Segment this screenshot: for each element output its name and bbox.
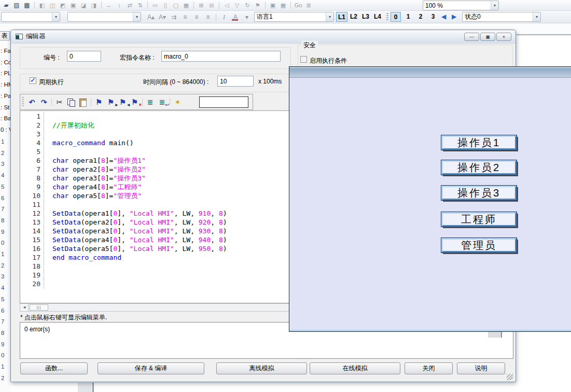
number-input[interactable] bbox=[67, 51, 101, 62]
text-align-center-icon[interactable]: ≡ bbox=[191, 12, 202, 22]
shape-library-select[interactable]: ▾ bbox=[1, 12, 60, 22]
align-left-icon[interactable]: ◧ bbox=[37, 1, 47, 9]
state-next-button[interactable]: ▶ bbox=[452, 13, 456, 20]
ungroup-icon[interactable]: ▦ bbox=[278, 1, 288, 9]
tree-item[interactable]: 3 bbox=[1, 273, 4, 279]
state-prev-button[interactable]: ◀ bbox=[441, 13, 446, 20]
text-align-right-icon[interactable]: ≡ bbox=[202, 12, 214, 22]
interval-input[interactable] bbox=[217, 76, 254, 87]
align-vertical-center-icon[interactable]: ◫ bbox=[47, 1, 58, 9]
italic-icon[interactable]: I bbox=[218, 12, 230, 22]
tree-item[interactable]: 2 bbox=[1, 375, 4, 381]
tree-item[interactable]: 5 bbox=[1, 296, 4, 302]
tree-item[interactable]: : Fa bbox=[1, 48, 10, 54]
tree-item[interactable]: 7 bbox=[1, 206, 4, 212]
tree-item[interactable]: 8 bbox=[1, 217, 4, 223]
toolbar-grip[interactable] bbox=[22, 97, 24, 107]
align-right-icon[interactable]: ◨ bbox=[89, 1, 99, 9]
tree-item[interactable]: : St bbox=[1, 104, 9, 110]
find-icon[interactable]: ✶ bbox=[172, 97, 184, 107]
tree-item[interactable]: 1 bbox=[1, 251, 4, 257]
tree-item[interactable]: 8 bbox=[1, 330, 4, 336]
layer-button-l2[interactable]: L2 bbox=[348, 12, 359, 22]
scrollbar-thumb[interactable] bbox=[30, 304, 48, 311]
size-to-grid-icon[interactable]: ▦ bbox=[181, 1, 191, 9]
dialog-titlebar[interactable]: 编辑器 — ▣ × bbox=[11, 30, 516, 44]
text-align-left-icon[interactable]: ≡ bbox=[179, 12, 191, 22]
minimize-button[interactable]: — bbox=[464, 33, 479, 41]
go-to-icon[interactable]: Go bbox=[293, 1, 303, 9]
tree-item[interactable]: 0 bbox=[1, 240, 4, 246]
tree-item[interactable]: 2 bbox=[1, 262, 4, 269]
comment-lines-icon[interactable]: ≣↩ bbox=[156, 97, 168, 107]
chevron-down-icon[interactable]: ▾ bbox=[491, 1, 498, 10]
align-bottom-icon[interactable]: ◪ bbox=[78, 1, 89, 9]
enable-condition-checkbox[interactable] bbox=[300, 56, 307, 63]
state-button-3[interactable]: 3 bbox=[428, 12, 438, 22]
tree-item[interactable]: 3 bbox=[1, 161, 4, 167]
tree-tab[interactable]: 表 bbox=[0, 31, 10, 40]
align-top-icon[interactable]: ◩ bbox=[58, 1, 68, 9]
tree-item[interactable]: : Pa bbox=[1, 93, 10, 99]
pin-icon[interactable]: ⚑ bbox=[253, 1, 263, 9]
language-select[interactable]: 语言1 ▾ bbox=[254, 12, 334, 22]
function-button[interactable]: 函数... bbox=[20, 362, 88, 374]
state-button-1[interactable]: 1 bbox=[403, 12, 413, 22]
paste-icon[interactable] bbox=[77, 97, 89, 107]
maximize-button[interactable]: ▣ bbox=[480, 33, 495, 41]
distribute-vertical-icon[interactable]: ⇅ bbox=[135, 1, 145, 9]
text-direction-icon[interactable]: ⇉ bbox=[168, 12, 179, 22]
cut-icon[interactable]: ✂ bbox=[53, 97, 65, 107]
layer-button-l4[interactable]: L4 bbox=[372, 12, 383, 22]
tree-item[interactable]: 0 bbox=[1, 352, 4, 358]
hmi-button[interactable]: 操作员1 bbox=[441, 135, 517, 150]
state-pattern-dense-icon[interactable]: ▩ bbox=[22, 1, 32, 9]
undo-icon[interactable]: ↶ bbox=[26, 97, 38, 107]
resize-grip[interactable] bbox=[507, 374, 513, 380]
rotate-icon[interactable]: ↻ bbox=[242, 1, 253, 9]
prev-bookmark-icon[interactable]: ⚑◂ bbox=[117, 97, 129, 107]
flip-horizontal-icon[interactable]: ◁ bbox=[221, 1, 232, 9]
chevron-down-icon[interactable]: ▾ bbox=[52, 12, 60, 21]
align-horizontal-center-icon[interactable]: ▣ bbox=[68, 1, 78, 9]
tree-item[interactable]: 4 bbox=[1, 172, 4, 178]
search-input[interactable] bbox=[199, 96, 248, 108]
tree-item[interactable]: : Ba bbox=[1, 115, 10, 121]
same-width-icon[interactable]: ▭ bbox=[150, 1, 160, 9]
help-button[interactable]: 说明 bbox=[457, 362, 505, 374]
state-select[interactable]: 状态0 ▾ bbox=[462, 12, 541, 22]
copy-icon[interactable] bbox=[65, 97, 77, 107]
chevron-down-icon[interactable]: ▾ bbox=[326, 12, 333, 21]
macro-name-input[interactable] bbox=[161, 51, 281, 62]
tree-item[interactable]: 2 bbox=[1, 150, 4, 156]
distribute-horizontal-icon[interactable]: ⇄ bbox=[124, 1, 135, 9]
state-button-2[interactable]: 2 bbox=[415, 12, 426, 22]
tree-item[interactable]: 9 bbox=[1, 341, 4, 347]
tree-item[interactable]: 7 bbox=[1, 318, 4, 325]
chevron-down-icon[interactable]: ▾ bbox=[133, 12, 141, 21]
flip-vertical-icon[interactable]: ▽ bbox=[232, 1, 242, 9]
tree-item[interactable]: 6 bbox=[1, 195, 4, 201]
font-select[interactable]: ▾ bbox=[67, 12, 141, 22]
offline-sim-button[interactable]: 离线模拟 bbox=[216, 362, 307, 374]
tree-item[interactable]: 1 bbox=[1, 363, 4, 370]
layer-button-l3[interactable]: L3 bbox=[360, 12, 371, 22]
hmi-button[interactable]: 工程师 bbox=[441, 212, 517, 227]
same-size-icon[interactable]: ▢ bbox=[171, 1, 181, 9]
tree-item[interactable]: 4 bbox=[1, 285, 4, 291]
tree-item[interactable]: 1 bbox=[1, 138, 4, 145]
tree-item[interactable]: 5 bbox=[1, 184, 4, 190]
periodic-checkbox[interactable]: ✓ bbox=[30, 77, 36, 84]
save-compile-button[interactable]: 保存 & 编译 bbox=[98, 362, 204, 374]
toolbar-grip[interactable] bbox=[386, 13, 388, 21]
tree-item[interactable]: 0 : V bbox=[1, 127, 10, 133]
tree-item[interactable]: 6 bbox=[1, 307, 4, 314]
tree-item[interactable]: : Co bbox=[1, 59, 10, 65]
font-color-dropdown-icon[interactable]: ▾ bbox=[241, 12, 253, 22]
state-pattern-solid-icon[interactable]: ▰ bbox=[1, 1, 11, 9]
redo-icon[interactable]: ↷ bbox=[38, 97, 50, 107]
zoom-select[interactable]: 100 % ▾ bbox=[423, 1, 499, 10]
hmi-button[interactable]: 操作员2 bbox=[441, 160, 517, 175]
layer-button-l1[interactable]: L1 bbox=[336, 12, 347, 22]
state-button-0[interactable]: 0 bbox=[391, 12, 401, 22]
